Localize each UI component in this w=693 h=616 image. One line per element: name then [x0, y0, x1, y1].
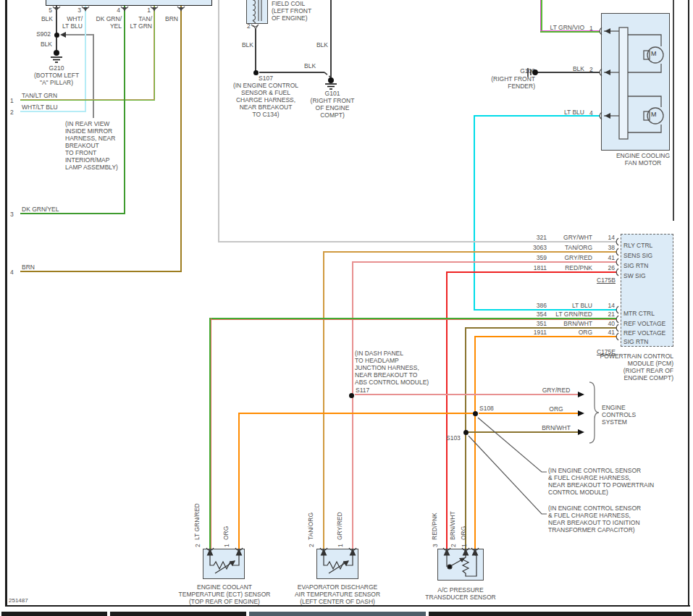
ground-g101-icon: [325, 78, 337, 89]
ect-thermistor-icon: [206, 548, 243, 573]
ground-g210-icon: [51, 51, 62, 62]
fan-pin-icon: [600, 28, 602, 119]
evap-thermistor-icon: [320, 548, 356, 573]
connector-pin-icon: [53, 7, 185, 9]
s103-leader-line: [469, 436, 547, 514]
ac-transducer-icon: [443, 548, 479, 576]
field-coil-icon: [251, 0, 261, 29]
connector-pin-arrow-icon: [54, 7, 183, 12]
ecs-brace: [589, 382, 599, 443]
fan-pin-arrow-icon: [605, 28, 610, 119]
symbol-layer: [0, 0, 693, 616]
ground-g100-icon: [528, 68, 537, 77]
s107-g101-link: [324, 72, 331, 77]
fan-motor-icon: [604, 28, 663, 139]
pcm-pin-icon: [616, 238, 618, 340]
s108-leader-line: [478, 418, 547, 472]
wiring-diagram-page: 251487 5 BLK 3 WHT/ LT BLU 4 DK GRN/ YEL…: [0, 0, 693, 616]
